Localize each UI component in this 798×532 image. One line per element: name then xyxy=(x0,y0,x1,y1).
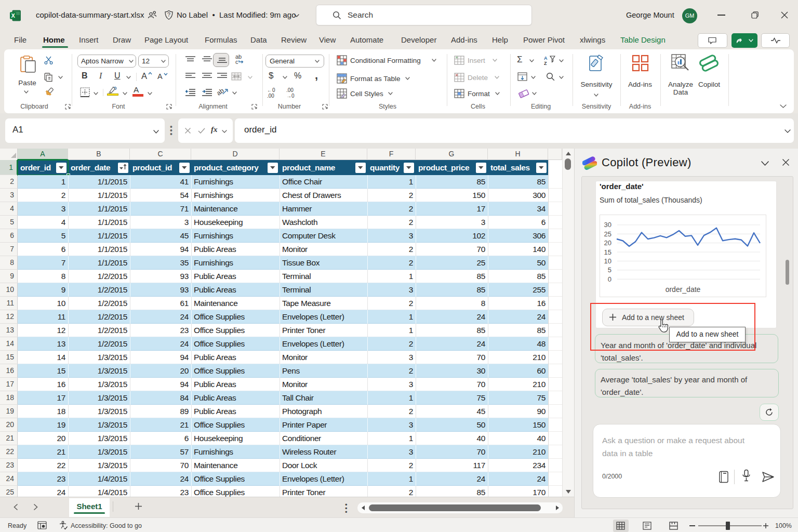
svg-text:X: X xyxy=(11,12,15,19)
svg-text:A: A xyxy=(544,56,548,61)
svg-text:30: 30 xyxy=(604,221,611,229)
svg-text:?: ? xyxy=(167,11,170,18)
svg-text:20: 20 xyxy=(604,239,611,247)
svg-text:25: 25 xyxy=(604,230,611,238)
svg-text:5: 5 xyxy=(608,266,611,274)
svg-text:15: 15 xyxy=(604,248,611,256)
svg-text:Z: Z xyxy=(544,61,547,65)
svg-text:0: 0 xyxy=(608,275,611,283)
svg-text:10: 10 xyxy=(604,257,611,265)
